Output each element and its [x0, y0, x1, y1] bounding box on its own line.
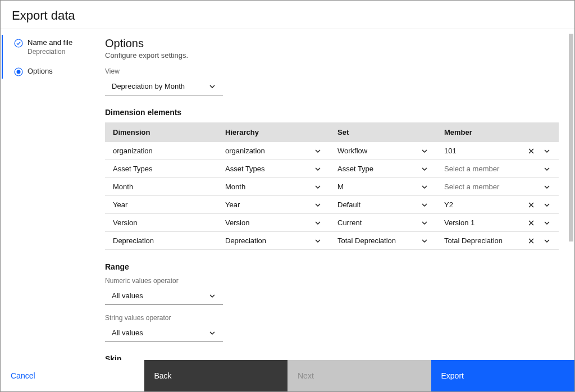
string-operator-select[interactable]: All values: [105, 324, 223, 342]
chevron-down-icon: [208, 329, 216, 337]
chevron-down-icon: [314, 183, 322, 191]
chevron-down-icon: [543, 237, 551, 245]
svg-point-0: [15, 39, 22, 47]
view-label: View: [105, 67, 559, 75]
chevron-down-icon: [421, 219, 428, 227]
step-indicator-line: [2, 35, 3, 79]
clear-icon[interactable]: [527, 237, 535, 245]
dimension-cell: Version: [105, 214, 217, 232]
chevron-down-icon: [543, 219, 551, 227]
clear-icon[interactable]: [527, 219, 535, 227]
step-label: Name and file: [28, 38, 88, 47]
table-row: VersionVersionCurrentVersion 1: [105, 214, 559, 232]
numeric-operator-select[interactable]: All values: [105, 287, 223, 305]
panel-subtitle: Configure export settings.: [105, 51, 559, 60]
svg-point-2: [17, 70, 21, 74]
table-row: organizationorganizationWorkflow101: [105, 142, 559, 160]
member-cell[interactable]: Version 1: [436, 214, 559, 232]
table-row: MonthMonthMSelect a member: [105, 178, 559, 196]
member-cell[interactable]: Select a member: [436, 160, 559, 178]
string-operator-label: String values operator: [105, 314, 559, 322]
dialog-body: Name and file Depreciation Options Optio…: [1, 29, 574, 360]
dimension-cell: Depreciation: [105, 232, 217, 250]
string-operator-value: All values: [112, 329, 143, 337]
view-select-value: Depreciation by Month: [112, 82, 185, 90]
panel-title: Options: [105, 37, 559, 50]
dialog-title: Export data: [12, 8, 563, 23]
dimension-table: Dimension Hierarchy Set Member organizat…: [105, 122, 559, 250]
set-cell[interactable]: Workflow: [330, 142, 436, 160]
options-panel: Options Configure export settings. View …: [95, 29, 574, 360]
dimension-cell: Month: [105, 178, 217, 196]
dimension-cell: Year: [105, 196, 217, 214]
col-dimension: Dimension: [105, 122, 217, 142]
numeric-operator-value: All values: [112, 291, 143, 300]
chevron-down-icon: [314, 219, 322, 227]
step-name-and-file[interactable]: Name and file Depreciation: [14, 38, 88, 56]
clear-icon[interactable]: [527, 201, 535, 209]
dimension-elements-title: Dimension elements: [105, 108, 559, 117]
numeric-operator-label: Numeric values operator: [105, 277, 559, 285]
table-row: YearYearDefaultY2: [105, 196, 559, 214]
next-button: Next: [288, 360, 431, 391]
member-cell[interactable]: Select a member: [436, 178, 559, 196]
member-cell[interactable]: Y2: [436, 196, 559, 214]
set-cell[interactable]: Default: [330, 196, 436, 214]
chevron-down-icon: [208, 83, 216, 90]
table-row: Asset TypesAsset TypesAsset TypeSelect a…: [105, 160, 559, 178]
hierarchy-cell[interactable]: Depreciation: [217, 232, 330, 250]
member-cell[interactable]: 101: [436, 142, 559, 160]
chevron-down-icon: [208, 292, 216, 300]
col-set: Set: [330, 122, 436, 142]
set-cell[interactable]: Total Depreciation: [330, 232, 436, 250]
back-button[interactable]: Back: [144, 360, 288, 391]
chevron-down-icon: [421, 147, 428, 155]
step-options[interactable]: Options: [14, 67, 88, 75]
col-member: Member: [436, 122, 559, 142]
export-button[interactable]: Export: [431, 360, 575, 391]
dialog-footer: Cancel Back Next Export: [1, 360, 574, 391]
chevron-down-icon: [543, 165, 551, 173]
current-step-icon: [14, 67, 23, 76]
chevron-down-icon: [314, 165, 322, 173]
chevron-down-icon: [314, 147, 322, 155]
dimension-cell: organization: [105, 142, 217, 160]
chevron-down-icon: [421, 237, 428, 245]
chevron-down-icon: [421, 165, 428, 173]
hierarchy-cell[interactable]: Asset Types: [217, 160, 330, 178]
dimension-cell: Asset Types: [105, 160, 217, 178]
hierarchy-cell[interactable]: Month: [217, 178, 330, 196]
chevron-down-icon: [421, 201, 428, 209]
range-title: Range: [105, 262, 559, 271]
export-data-dialog: Export data Name and file Depreciation O…: [0, 0, 575, 392]
set-cell[interactable]: M: [330, 178, 436, 196]
step-label: Options: [28, 67, 88, 75]
chevron-down-icon: [314, 237, 322, 245]
wizard-sidebar: Name and file Depreciation Options: [1, 29, 95, 360]
chevron-down-icon: [543, 183, 551, 191]
dialog-header: Export data: [1, 1, 574, 29]
view-select[interactable]: Depreciation by Month: [105, 78, 223, 95]
hierarchy-cell[interactable]: Year: [217, 196, 330, 214]
hierarchy-cell[interactable]: organization: [217, 142, 330, 160]
set-cell[interactable]: Current: [330, 214, 436, 232]
chevron-down-icon: [543, 147, 551, 155]
chevron-down-icon: [543, 201, 551, 209]
cancel-button[interactable]: Cancel: [1, 360, 144, 391]
chevron-down-icon: [421, 183, 428, 191]
col-hierarchy: Hierarchy: [217, 122, 330, 142]
clear-icon[interactable]: [527, 147, 535, 155]
step-sublabel: Depreciation: [28, 48, 88, 56]
set-cell[interactable]: Asset Type: [330, 160, 436, 178]
hierarchy-cell[interactable]: Version: [217, 214, 330, 232]
scrollbar[interactable]: [569, 34, 573, 241]
chevron-down-icon: [314, 201, 322, 209]
skip-title: Skip: [105, 354, 559, 360]
checkmark-circle-icon: [14, 39, 23, 48]
table-row: DepreciationDepreciationTotal Depreciati…: [105, 232, 559, 250]
member-cell[interactable]: Total Depreciation: [436, 232, 559, 250]
